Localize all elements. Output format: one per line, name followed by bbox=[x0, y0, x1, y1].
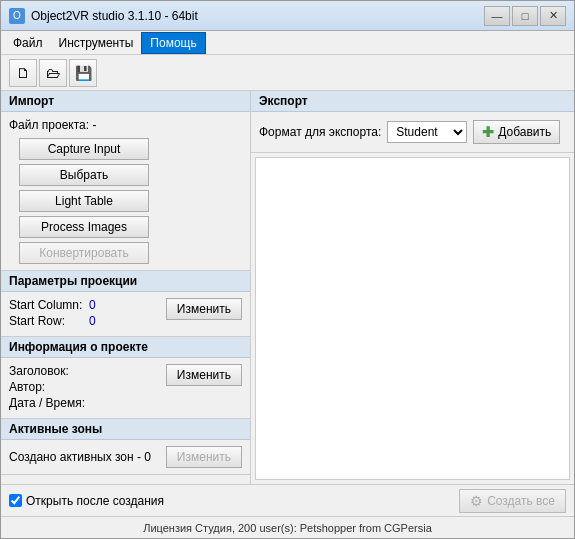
projection-change-button[interactable]: Изменить bbox=[166, 298, 242, 320]
convert-button[interactable]: Конвертировать bbox=[19, 242, 149, 264]
start-column-row: Start Column: 0 bbox=[9, 298, 166, 312]
zones-change-button[interactable]: Изменить bbox=[166, 446, 242, 468]
project-file-value: - bbox=[92, 118, 96, 132]
start-row-value: 0 bbox=[89, 314, 96, 328]
add-export-button[interactable]: ✚ Добавить bbox=[473, 120, 560, 144]
create-all-label: Создать все bbox=[487, 494, 555, 508]
panels: Импорт Файл проекта: - Capture Input Выб… bbox=[1, 91, 574, 484]
app-icon: O bbox=[9, 8, 25, 24]
menu-help[interactable]: Помощь bbox=[141, 32, 205, 54]
new-button[interactable]: 🗋 bbox=[9, 59, 37, 87]
open-after-label: Открыть после создания bbox=[26, 494, 164, 508]
date-row: Дата / Время: bbox=[9, 396, 166, 410]
maximize-button[interactable]: □ bbox=[512, 6, 538, 26]
minimize-button[interactable]: — bbox=[484, 6, 510, 26]
project-file-line: Файл проекта: - bbox=[9, 118, 242, 132]
import-body: Файл проекта: - Capture Input Выбрать Li… bbox=[1, 112, 250, 270]
projection-fields: Start Column: 0 Start Row: 0 bbox=[9, 298, 166, 330]
project-info-header: Информация о проекте bbox=[1, 337, 250, 358]
export-body: Формат для экспорта: Student ✚ Добавить bbox=[251, 112, 574, 152]
start-column-value: 0 bbox=[89, 298, 96, 312]
new-icon: 🗋 bbox=[16, 65, 30, 81]
start-column-label: Start Column: bbox=[9, 298, 89, 312]
project-info-section: Информация о проекте Заголовок: Автор: Д… bbox=[1, 337, 250, 419]
import-header: Импорт bbox=[1, 91, 250, 112]
title-row: Заголовок: bbox=[9, 364, 166, 378]
menu-tools[interactable]: Инструменты bbox=[51, 32, 142, 54]
projection-section: Параметры проекции Start Column: 0 Start… bbox=[1, 271, 250, 337]
toolbar: 🗋 🗁 💾 bbox=[1, 55, 574, 91]
title-bar-buttons: — □ ✕ bbox=[484, 6, 566, 26]
export-list-area bbox=[255, 157, 570, 480]
status-text: Лицензия Студия, 200 user(s): Petshopper… bbox=[143, 522, 432, 534]
close-button[interactable]: ✕ bbox=[540, 6, 566, 26]
open-icon: 🗁 bbox=[46, 65, 60, 81]
export-format-label: Формат для экспорта: bbox=[259, 125, 381, 139]
active-zones-section: Активные зоны Создано активных зон - 0 И… bbox=[1, 419, 250, 475]
create-all-icon: ⚙ bbox=[470, 493, 483, 509]
process-images-button[interactable]: Process Images bbox=[19, 216, 149, 238]
create-all-button[interactable]: ⚙ Создать все bbox=[459, 489, 566, 513]
save-icon: 💾 bbox=[75, 65, 92, 81]
project-info-body: Заголовок: Автор: Дата / Время: Изменить bbox=[1, 358, 250, 418]
export-format-select[interactable]: Student bbox=[387, 121, 467, 143]
capture-input-button[interactable]: Capture Input bbox=[19, 138, 149, 160]
left-panel: Импорт Файл проекта: - Capture Input Выб… bbox=[1, 91, 251, 484]
export-header: Экспорт bbox=[251, 91, 574, 112]
zones-header: Активные зоны bbox=[1, 419, 250, 440]
save-button[interactable]: 💾 bbox=[69, 59, 97, 87]
title-bar: O Object2VR studio 3.1.10 - 64bit — □ ✕ bbox=[1, 1, 574, 31]
export-section: Экспорт Формат для экспорта: Student ✚ Д… bbox=[251, 91, 574, 153]
open-button[interactable]: 🗁 bbox=[39, 59, 67, 87]
add-label: Добавить bbox=[498, 125, 551, 139]
add-icon: ✚ bbox=[482, 124, 494, 140]
light-table-button[interactable]: Light Table bbox=[19, 190, 149, 212]
projection-header: Параметры проекции bbox=[1, 271, 250, 292]
open-after-checkbox-group: Открыть после создания bbox=[9, 494, 164, 508]
import-buttons: Capture Input Выбрать Light Table Proces… bbox=[9, 138, 242, 264]
projection-body: Start Column: 0 Start Row: 0 Изменить bbox=[1, 292, 250, 336]
right-panel: Экспорт Формат для экспорта: Student ✚ Д… bbox=[251, 91, 574, 484]
project-file-label: Файл проекта: bbox=[9, 118, 89, 132]
status-bar: Лицензия Студия, 200 user(s): Petshopper… bbox=[1, 516, 574, 538]
title-bar-text: Object2VR studio 3.1.10 - 64bit bbox=[31, 9, 484, 23]
bottom-bar: Открыть после создания ⚙ Создать все bbox=[1, 484, 574, 516]
main-window: O Object2VR studio 3.1.10 - 64bit — □ ✕ … bbox=[0, 0, 575, 539]
open-after-checkbox[interactable] bbox=[9, 494, 22, 507]
select-button[interactable]: Выбрать bbox=[19, 164, 149, 186]
info-change-button[interactable]: Изменить bbox=[166, 364, 242, 386]
info-fields: Заголовок: Автор: Дата / Время: bbox=[9, 364, 166, 412]
zones-count-text: Создано активных зон - 0 bbox=[9, 450, 151, 464]
import-section: Импорт Файл проекта: - Capture Input Выб… bbox=[1, 91, 250, 271]
main-content: Импорт Файл проекта: - Capture Input Выб… bbox=[1, 91, 574, 516]
author-row: Автор: bbox=[9, 380, 166, 394]
zones-body: Создано активных зон - 0 Изменить bbox=[1, 440, 250, 474]
menu-bar: Файл Инструменты Помощь bbox=[1, 31, 574, 55]
start-row-label: Start Row: bbox=[9, 314, 89, 328]
menu-file[interactable]: Файл bbox=[5, 32, 51, 54]
start-row-row: Start Row: 0 bbox=[9, 314, 166, 328]
